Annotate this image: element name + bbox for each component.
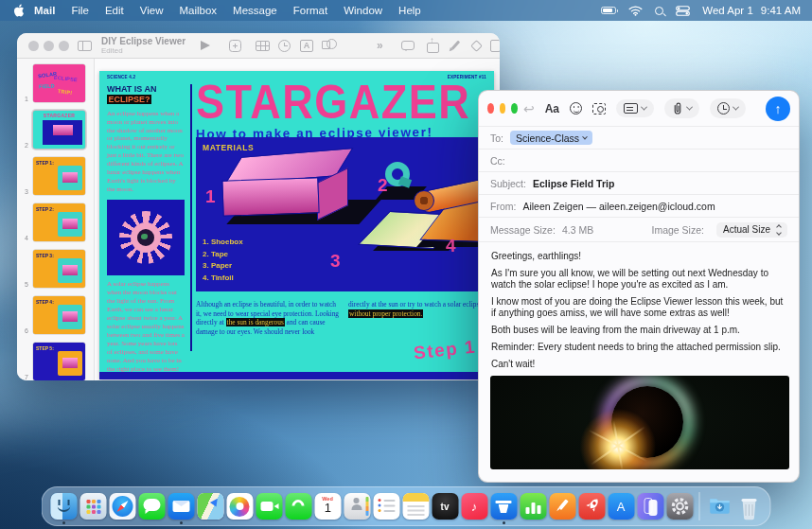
keynote-titlebar[interactable]: DIY Eclipse Viewer Edited A » ↑ <box>17 33 500 59</box>
dock-music-icon[interactable]: ♪ <box>461 493 487 520</box>
image-size-select[interactable]: Actual Size <box>716 222 787 238</box>
dock-contacts-icon[interactable] <box>344 493 370 520</box>
chevron-down-icon <box>582 133 588 139</box>
chart-icon[interactable] <box>278 40 291 52</box>
format-icon[interactable]: Aa <box>545 102 559 115</box>
slide-thumbnail-preview: STEP 5: <box>33 343 85 380</box>
to-row[interactable]: To: Science-Class <box>479 126 799 149</box>
dock-facetime-icon[interactable] <box>256 493 282 520</box>
menu-window[interactable]: Window <box>344 5 382 16</box>
dock-messages-icon[interactable] <box>138 493 165 520</box>
menu-format[interactable]: Format <box>293 5 327 16</box>
slide-thumbnail-3[interactable]: STEP 1: <box>31 155 87 197</box>
table-icon[interactable] <box>256 41 270 51</box>
dock-reminders-icon[interactable] <box>373 493 399 520</box>
attach-button[interactable] <box>664 98 699 118</box>
dock-pages-icon[interactable] <box>549 493 575 520</box>
slide[interactable]: SCIENCE 4.2 EXPERIMENT #11 WHAT IS AN EC… <box>99 71 494 379</box>
message-body[interactable]: Greetings, earthlings!As I'm sure you al… <box>479 241 799 370</box>
format-icon[interactable] <box>451 41 460 50</box>
menu-file[interactable]: File <box>71 5 89 16</box>
more-icon[interactable]: » <box>377 39 383 52</box>
comment-icon[interactable] <box>401 41 415 50</box>
dock-settings-icon[interactable] <box>666 493 693 520</box>
mail-body-paragraph: Greetings, earthlings! <box>491 251 786 262</box>
dock-appstore-icon[interactable]: A <box>608 493 634 520</box>
header-fields-button[interactable] <box>616 99 654 117</box>
dock-photos-icon[interactable] <box>226 493 253 520</box>
control-center-icon[interactable] <box>676 6 690 16</box>
slide-thumbnail-6[interactable]: STEP 4: <box>31 294 87 336</box>
dock-finder-icon[interactable] <box>50 493 77 520</box>
dock-maps-icon[interactable] <box>197 493 223 520</box>
animate-icon[interactable] <box>470 40 483 52</box>
send-button[interactable]: ↑ <box>766 97 790 121</box>
image-size-label: Image Size: <box>652 224 704 236</box>
sidebar-toggle-icon[interactable] <box>78 41 92 51</box>
shape-icon[interactable] <box>322 41 330 49</box>
slide-thumbnail-5[interactable]: STEP 3: <box>31 248 87 290</box>
wifi-icon[interactable] <box>628 6 643 16</box>
spotlight-search-icon[interactable] <box>655 7 663 15</box>
dock-safari-icon[interactable] <box>109 493 135 520</box>
menu-mail[interactable]: Mail <box>34 5 55 16</box>
dock-keynote-icon[interactable] <box>490 493 517 520</box>
from-row[interactable]: From: Aileen Zeigen — aileen.zeigen@iclo… <box>479 194 799 217</box>
text-box-icon[interactable]: A <box>300 40 313 52</box>
caution-right: directly at the sun or try to watch a so… <box>348 300 492 337</box>
subject-row[interactable]: Subject: Eclipse Field Trip <box>479 171 799 194</box>
dock-calendar-icon[interactable]: Wed1 <box>314 493 341 520</box>
slide-thumbnail-7[interactable]: STEP 5: <box>31 341 87 380</box>
share-icon[interactable]: ↑ <box>427 39 438 52</box>
header-fields-icon <box>624 103 638 114</box>
slide-thumbnail-4[interactable]: STEP 2: <box>31 202 87 243</box>
document-icon[interactable] <box>490 40 500 52</box>
cc-row[interactable]: Cc: <box>479 149 799 171</box>
slide-science-tag: SCIENCE 4.2 <box>107 75 135 79</box>
dock-iphone-mirroring-icon[interactable] <box>637 493 663 520</box>
menu-mailbox[interactable]: Mailbox <box>179 5 217 16</box>
thumb-art <box>58 351 82 376</box>
dock-phone-icon[interactable] <box>285 493 311 520</box>
close-button[interactable] <box>487 103 494 114</box>
dock-rocket-icon[interactable] <box>578 493 605 520</box>
dock-tv-icon[interactable]: tv <box>432 493 458 520</box>
caution-highlight-2: without proper protection. <box>348 309 423 318</box>
dock-notes-icon[interactable] <box>402 493 429 520</box>
photo-stamp-icon[interactable] <box>592 103 606 115</box>
undo-icon[interactable]: ↩ <box>523 102 535 115</box>
dock-mail-icon[interactable] <box>168 493 194 520</box>
slide-thumbnail-1[interactable]: SOLARECLIPSEFIELDTRIP! <box>31 62 87 104</box>
menu-help[interactable]: Help <box>398 5 421 16</box>
mail-body-paragraph: Reminder: Every student needs to bring t… <box>491 342 786 353</box>
thumb-art <box>58 305 82 329</box>
mail-body-paragraph: I know most of you are doing the Eclipse… <box>491 296 786 319</box>
minimize-button[interactable] <box>44 41 54 51</box>
menu-message[interactable]: Message <box>233 5 277 16</box>
thumb-art <box>58 212 82 237</box>
thumb-art <box>58 166 82 190</box>
thumb-word: TRIP! <box>58 88 73 96</box>
play-icon[interactable] <box>201 41 210 50</box>
zoom-button[interactable] <box>511 103 518 114</box>
menu-clock[interactable]: Wed Apr 1 9:41 AM <box>702 5 801 16</box>
dock-downloads-icon[interactable] <box>706 493 733 520</box>
recipient-token[interactable]: Science-Class <box>510 131 592 145</box>
emoji-icon[interactable] <box>570 102 582 115</box>
battery-icon[interactable] <box>601 7 616 14</box>
send-later-button[interactable] <box>710 98 746 118</box>
dock-numbers-icon[interactable] <box>520 493 546 520</box>
close-button[interactable] <box>28 41 39 51</box>
menu-view[interactable]: View <box>140 5 164 16</box>
apple-menu-icon[interactable] <box>13 4 25 17</box>
slide-thumbnail-2[interactable]: STARGAZER <box>31 109 87 150</box>
dock-trash-icon[interactable] <box>735 493 762 520</box>
menu-edit[interactable]: Edit <box>105 5 124 16</box>
materials-list-item: 4. Tinfoil <box>203 273 243 284</box>
minimize-button[interactable] <box>500 103 506 114</box>
dock-launchpad-icon[interactable] <box>79 493 106 520</box>
attachment-eclipse-photo[interactable] <box>490 376 789 469</box>
zoom-button[interactable] <box>59 41 69 51</box>
slide-thumb-row: 2STARGAZER <box>17 109 94 150</box>
add-slide-icon[interactable] <box>229 40 241 52</box>
